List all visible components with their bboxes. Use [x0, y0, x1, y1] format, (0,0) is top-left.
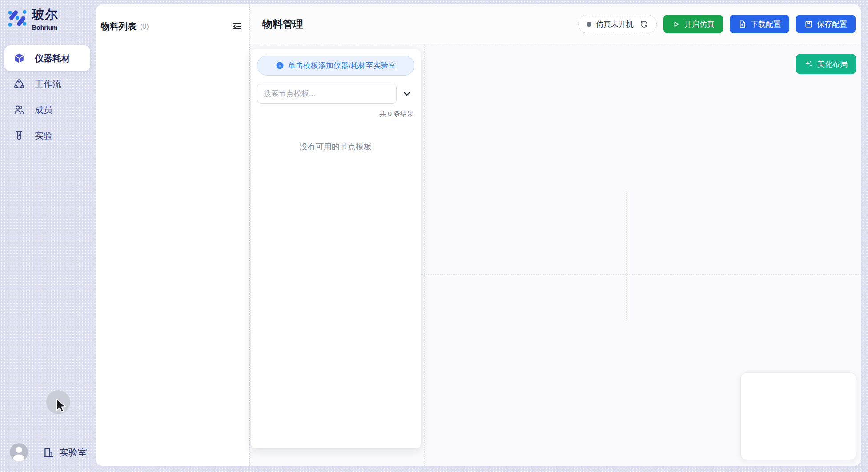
- minimap-panel[interactable]: [740, 372, 856, 460]
- beautify-layout-button[interactable]: 美化布局: [796, 54, 856, 74]
- panel-collapse-button[interactable]: [232, 21, 243, 32]
- topbar: 物料管理 仿真未开机 开启仿真: [250, 4, 861, 44]
- materials-list-header: 物料列表 (0): [101, 20, 243, 32]
- sidebar-item-instruments[interactable]: 仪器耗材: [4, 45, 90, 71]
- sparkles-icon: [804, 60, 813, 68]
- topbar-actions: 仿真未开机 开启仿真: [578, 15, 856, 33]
- refresh-icon[interactable]: [640, 20, 648, 28]
- materials-list-title: 物料列表: [101, 20, 137, 32]
- lab-switcher[interactable]: 实验室: [42, 446, 87, 459]
- hint-banner-text: 单击模板添加仪器/耗材至实验室: [288, 60, 396, 71]
- mouse-cursor-icon: [54, 399, 68, 414]
- chevron-down-icon[interactable]: [402, 89, 412, 99]
- result-count: 共 0 条结果: [257, 110, 414, 118]
- sidebar-item-workflow[interactable]: 工作流: [4, 71, 90, 97]
- start-simulation-button[interactable]: 开启仿真: [663, 15, 723, 33]
- brand-name-en: Bohrium: [32, 24, 59, 31]
- template-search-input[interactable]: [257, 84, 397, 104]
- sidebar-item-label: 成员: [35, 104, 52, 116]
- hint-banner: 单击模板添加仪器/耗材至实验室: [257, 56, 414, 76]
- button-label: 保存配置: [817, 19, 847, 29]
- canvas-gridline: [424, 44, 425, 466]
- sidebar-item-label: 工作流: [35, 78, 61, 90]
- lab-label: 实验室: [59, 446, 87, 459]
- simulation-status-pill: 仿真未开机: [578, 15, 657, 33]
- members-icon: [13, 104, 25, 116]
- status-dot: [587, 22, 591, 27]
- workflow-icon: [13, 78, 25, 90]
- button-label: 下载配置: [751, 19, 781, 29]
- workspace: 物料管理 仿真未开机 开启仿真: [249, 4, 861, 466]
- download-config-button[interactable]: 下载配置: [730, 15, 789, 33]
- brand-name-cn: 玻尔: [32, 6, 59, 23]
- sidebar: 玻尔 Bohrium 仪器耗材 工作流: [0, 0, 96, 472]
- sidebar-nav: 仪器耗材 工作流 成员: [4, 45, 90, 148]
- sidebar-item-members[interactable]: 成员: [4, 97, 90, 123]
- layout-canvas[interactable]: 单击模板添加仪器/耗材至实验室 共 0 条结果 没有可用的节点模板: [250, 44, 861, 466]
- simulation-status-label: 仿真未开机: [596, 19, 634, 29]
- sidebar-item-label: 仪器耗材: [35, 52, 70, 64]
- beautify-layout-label: 美化布局: [817, 59, 848, 69]
- bohrium-logo-icon: [7, 8, 28, 29]
- main-container: 物料列表 (0) 物料管理 仿真未开机: [96, 4, 861, 466]
- info-icon: [276, 61, 284, 70]
- experiment-icon: [13, 130, 25, 141]
- canvas-gridline: [626, 192, 627, 320]
- menu-fold-icon: [232, 21, 242, 32]
- materials-list-count: (0): [140, 23, 149, 31]
- user-avatar[interactable]: [10, 443, 28, 461]
- materials-list-panel: 物料列表 (0): [96, 4, 249, 466]
- sidebar-item-label: 实验: [35, 130, 52, 142]
- download-file-icon: [738, 20, 747, 28]
- node-template-panel: 单击模板添加仪器/耗材至实验室 共 0 条结果 没有可用的节点模板: [251, 49, 421, 448]
- sidebar-item-experiments[interactable]: 实验: [4, 123, 90, 148]
- save-icon: [804, 20, 813, 28]
- empty-state-text: 没有可用的节点模板: [257, 141, 414, 152]
- page-title: 物料管理: [262, 17, 303, 31]
- sidebar-footer: 实验室: [10, 443, 87, 461]
- template-search-row: [257, 84, 414, 104]
- save-config-button[interactable]: 保存配置: [796, 15, 856, 33]
- cube-icon: [13, 52, 25, 64]
- building-icon: [42, 446, 55, 459]
- play-icon: [672, 20, 680, 28]
- button-label: 开启仿真: [684, 19, 715, 29]
- user-avatar-icon: [10, 443, 28, 461]
- brand-logo: 玻尔 Bohrium: [7, 6, 59, 31]
